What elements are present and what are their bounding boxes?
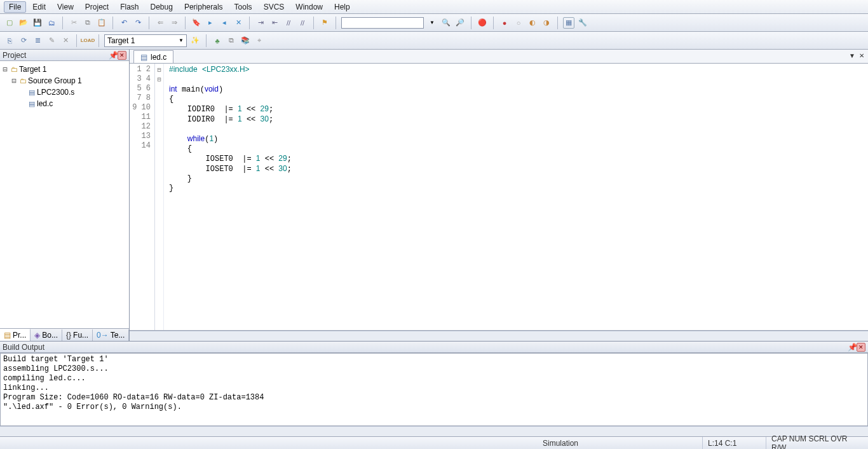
- menu-peripherals[interactable]: Peripherals: [179, 1, 228, 13]
- translate-icon[interactable]: ⎘: [4, 35, 15, 46]
- tab-close-icon[interactable]: ✕: [859, 52, 864, 59]
- editor-tab[interactable]: ▤ led.c: [133, 50, 173, 63]
- tab-menu-icon[interactable]: ▼: [849, 52, 855, 59]
- menu-project[interactable]: Project: [80, 1, 114, 13]
- redo-icon[interactable]: ↷: [132, 17, 144, 29]
- project-tree[interactable]: ⊟ 🗀 Target 1 ⊟ 🗀 Source Group 1 ▤ LPC230…: [0, 61, 129, 328]
- debug-icon[interactable]: 🔴: [477, 17, 488, 29]
- uncomment-icon[interactable]: //: [297, 17, 308, 29]
- build-output-text[interactable]: Build target 'Target 1' assembling LPC23…: [0, 353, 868, 426]
- nav-fwd-icon[interactable]: ⇒: [168, 17, 180, 29]
- menu-file[interactable]: File: [4, 1, 26, 13]
- books-icon[interactable]: 📚: [240, 35, 251, 46]
- manage-components-icon[interactable]: ♣: [212, 35, 223, 46]
- menu-edit[interactable]: Edit: [27, 1, 51, 13]
- tab-books[interactable]: ◈Bo...: [31, 329, 62, 341]
- tab-project[interactable]: ▤Pr...: [0, 329, 31, 341]
- window-layout-icon[interactable]: ▦: [563, 17, 574, 29]
- target-options-icon[interactable]: ✨: [189, 35, 201, 46]
- pin-icon[interactable]: 📌: [109, 51, 116, 60]
- separator: [249, 17, 250, 29]
- status-bar: Simulation L:14 C:1 CAP NUM SCRL OVR R/W: [0, 436, 868, 449]
- build-icon[interactable]: ⟳: [18, 35, 29, 46]
- tree-file-label: led.c: [37, 99, 53, 108]
- bookmark-icon[interactable]: 🔖: [191, 17, 202, 29]
- build-output-title: Build Output 📌 ✕: [0, 342, 868, 353]
- separator: [149, 17, 149, 29]
- tree-file[interactable]: ▤ led.c: [1, 98, 128, 109]
- indent-icon[interactable]: ⇥: [255, 17, 266, 29]
- breakpoint-toggle-icon[interactable]: ◑: [541, 17, 552, 29]
- expand-icon[interactable]: ⊟: [10, 76, 18, 85]
- breakpoint-kill-icon[interactable]: ◐: [527, 17, 538, 29]
- tree-target[interactable]: ⊟ 🗀 Target 1: [1, 64, 128, 75]
- file-ext-icon[interactable]: ⧉: [226, 35, 237, 46]
- configure-icon[interactable]: 🔧: [577, 17, 588, 29]
- saveall-icon[interactable]: 🗂: [46, 17, 57, 29]
- separator: [112, 17, 113, 29]
- bookmark-next-icon[interactable]: ▸: [205, 17, 216, 29]
- search-dropdown-icon[interactable]: ▼: [426, 17, 438, 29]
- stop-build-icon[interactable]: ✕: [60, 35, 71, 46]
- menu-svcs[interactable]: SVCS: [259, 1, 290, 13]
- bookmark-clear-icon[interactable]: ✕: [233, 17, 244, 29]
- rebuild-icon[interactable]: ≣: [32, 35, 43, 46]
- comment-icon[interactable]: //: [283, 17, 294, 29]
- pin-icon[interactable]: 📌: [848, 343, 855, 352]
- manage-rtenv-icon[interactable]: ⌖: [254, 35, 265, 46]
- project-bottom-tabs: ▤Pr... ◈Bo... {}Fu... 0→Te...: [0, 328, 129, 341]
- code-content[interactable]: #include <LPC23xx.H> int main(void) { IO…: [164, 64, 868, 330]
- tab-functions[interactable]: {}Fu...: [62, 329, 93, 341]
- breakpoint-disable-icon[interactable]: ○: [513, 17, 524, 29]
- paste-icon[interactable]: 📋: [96, 17, 107, 29]
- nav-back-icon[interactable]: ⇐: [154, 17, 166, 29]
- target-select-value: Target 1: [107, 36, 135, 45]
- batch-build-icon[interactable]: ✎: [46, 35, 57, 46]
- toolbar-main: ▢ 📂 💾 🗂 ✂ ⧉ 📋 ↶ ↷ ⇐ ⇒ 🔖 ▸ ◂ ✕ ⇥ ⇤ // // …: [0, 14, 868, 32]
- separator: [62, 17, 63, 29]
- separator: [336, 17, 336, 29]
- download-icon[interactable]: LOAD: [82, 35, 93, 46]
- folder-icon: 🗀: [18, 76, 28, 85]
- cut-icon[interactable]: ✂: [68, 17, 79, 29]
- menu-window[interactable]: Window: [290, 1, 328, 13]
- bookmark-prev-icon[interactable]: ◂: [219, 17, 230, 29]
- c-file-icon: ▤: [140, 53, 147, 62]
- fold-gutter[interactable]: ⊟ ⊟: [155, 64, 164, 330]
- menu-view[interactable]: View: [52, 1, 79, 13]
- undo-icon[interactable]: ↶: [118, 17, 130, 29]
- code-editor[interactable]: 1 2 3 4 5 6 7 8 9 10 11 12 13 14 ⊟ ⊟ #in…: [130, 64, 868, 331]
- close-icon[interactable]: ✕: [118, 51, 126, 60]
- separator: [185, 17, 186, 29]
- tree-target-label: Target 1: [19, 65, 46, 74]
- tree-file[interactable]: ▤ LPC2300.s: [1, 86, 128, 98]
- tree-group[interactable]: ⊟ 🗀 Source Group 1: [1, 75, 128, 86]
- menu-tools[interactable]: Tools: [229, 1, 257, 13]
- editor-tabstrip: ▤ led.c ▼ ✕: [130, 50, 868, 64]
- editor-hscroll[interactable]: [130, 331, 868, 341]
- find-icon[interactable]: 🔍: [440, 17, 452, 29]
- open-icon[interactable]: 📂: [18, 17, 29, 29]
- tab-templates[interactable]: 0→Te...: [93, 329, 129, 341]
- toolbar-build: ⎘ ⟳ ≣ ✎ ✕ LOAD Target 1 ▼ ✨ ♣ ⧉ 📚 ⌖: [0, 32, 868, 50]
- menu-help[interactable]: Help: [329, 1, 355, 13]
- find-in-files-icon[interactable]: 🔎: [454, 17, 466, 29]
- target-icon: 🗀: [9, 65, 19, 74]
- save-icon[interactable]: 💾: [32, 17, 43, 29]
- copy-icon[interactable]: ⧉: [82, 17, 93, 29]
- status-cursor: L:14 C:1: [703, 437, 766, 449]
- flag-icon[interactable]: ⚑: [319, 17, 330, 29]
- breakpoint-insert-icon[interactable]: ●: [499, 17, 510, 29]
- search-input[interactable]: [341, 17, 424, 29]
- menu-debug[interactable]: Debug: [146, 1, 178, 13]
- project-panel: Project 📌 ✕ ⊟ 🗀 Target 1 ⊟ 🗀 Source Grou…: [0, 50, 130, 341]
- menu-bar: File Edit View Project Flash Debug Perip…: [0, 0, 868, 14]
- target-select[interactable]: Target 1 ▼: [104, 34, 187, 47]
- new-icon[interactable]: ▢: [4, 17, 15, 29]
- outdent-icon[interactable]: ⇤: [269, 17, 280, 29]
- build-hscroll[interactable]: [0, 426, 868, 436]
- menu-flash[interactable]: Flash: [115, 1, 144, 13]
- close-icon[interactable]: ✕: [857, 343, 865, 352]
- build-output-panel: Build Output 📌 ✕ Build target 'Target 1'…: [0, 341, 868, 436]
- expand-icon[interactable]: ⊟: [1, 65, 9, 74]
